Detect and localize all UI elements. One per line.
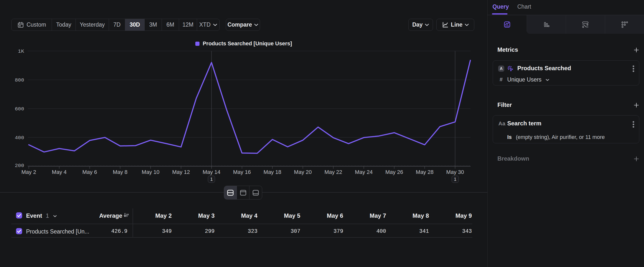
layout-table-only-button[interactable] — [250, 186, 262, 199]
compare-button[interactable]: Compare — [226, 19, 260, 31]
range-label: 12M — [182, 22, 194, 28]
cell-value: 343 — [429, 228, 472, 234]
range-yesterday[interactable]: Yesterday — [76, 19, 109, 31]
date-column-header[interactable]: May 2 — [129, 212, 172, 219]
metric-menu-button[interactable] — [632, 65, 635, 73]
chevron-down-icon — [465, 24, 469, 26]
add-metric-button[interactable] — [634, 47, 639, 53]
y-tick-label: 600 — [15, 106, 24, 112]
row-checkbox[interactable] — [16, 228, 22, 234]
row-series-label[interactable]: Products Searched [Un... — [26, 228, 89, 235]
metric-card[interactable]: A Products Searched # Unique Users — [493, 60, 639, 86]
filter-property-name[interactable]: Search term — [507, 120, 542, 127]
date-column-header[interactable]: May 9 — [429, 212, 472, 219]
measure-symbol: # — [500, 76, 502, 83]
layout-split-button[interactable] — [224, 186, 237, 199]
range-6m[interactable]: 6M — [162, 19, 179, 31]
calendar-icon — [17, 22, 24, 28]
date-column-header[interactable]: May 6 — [300, 212, 343, 219]
y-tick-label: 200 — [15, 163, 24, 168]
x-tick-label: May 28 — [416, 169, 434, 175]
event-column-header[interactable]: Event 1 — [26, 212, 57, 219]
range-3m[interactable]: 3M — [145, 19, 162, 31]
granularity-label: Day — [412, 22, 422, 28]
line-chart: May 2May 4May 6May 8May 10May 12May 14Ma… — [0, 0, 487, 267]
filter-value[interactable]: (empty string), Air purifier, or 11 more — [516, 134, 605, 140]
analysis-tab-insights[interactable] — [488, 15, 527, 34]
annotation-badge[interactable]: 1 — [208, 176, 215, 183]
analysis-tab-flows[interactable] — [566, 15, 605, 34]
analysis-tab-funnels[interactable] — [527, 15, 566, 34]
average-column-header[interactable]: Average — [85, 212, 122, 219]
chart-type-dropdown[interactable]: Line — [436, 19, 474, 31]
layout-chart-only-button[interactable] — [237, 186, 250, 199]
compare-label: Compare — [228, 22, 252, 28]
event-count: 1 — [46, 212, 49, 219]
layout-toggle — [224, 186, 262, 199]
filter-card[interactable]: Aa Search term Is (empty string), Air pu… — [493, 115, 639, 143]
x-tick-label: May 24 — [355, 169, 373, 175]
cell-value: 299 — [172, 228, 214, 234]
date-range-toolbar: CustomTodayYesterday7D30D3M6M12MXTD — [11, 19, 220, 31]
analysis-tab-retention[interactable] — [605, 15, 644, 34]
annotation-badge[interactable]: 1 — [452, 176, 459, 183]
range-label: 3M — [149, 22, 157, 28]
date-column-header[interactable]: May 5 — [258, 212, 300, 219]
date-column-header[interactable]: May 7 — [343, 212, 386, 219]
text-property-icon: Aa — [498, 120, 505, 127]
range-today[interactable]: Today — [52, 19, 76, 31]
select-all-checkbox[interactable] — [16, 212, 22, 218]
breakdown-section-title: Breakdown — [498, 155, 529, 162]
insights-report-page: CustomTodayYesterday7D30D3M6M12MXTD Comp… — [0, 0, 644, 267]
add-breakdown-button[interactable] — [634, 156, 639, 162]
range-30d[interactable]: 30D — [125, 19, 145, 31]
range-label: 7D — [114, 22, 120, 28]
filter-operator[interactable]: Is — [507, 134, 512, 140]
measure-label: Unique Users — [507, 76, 542, 83]
plus-icon — [634, 156, 639, 162]
sort-descending-icon[interactable] — [123, 212, 129, 218]
chevron-down-icon — [53, 215, 57, 217]
table-column-divider — [132, 208, 133, 237]
table-header-divider — [11, 224, 472, 224]
granularity-dropdown[interactable]: Day — [408, 19, 433, 31]
insights-icon — [503, 21, 511, 28]
add-filter-button[interactable] — [634, 102, 639, 108]
x-tick-label: May 14 — [203, 169, 220, 175]
range-label: Today — [56, 22, 71, 28]
range-xtd[interactable]: XTD — [197, 19, 220, 31]
analysis-type-tabs — [488, 15, 644, 34]
x-tick-label: May 8 — [113, 169, 128, 175]
range-custom[interactable]: Custom — [12, 19, 52, 31]
cell-value: 400 — [343, 228, 386, 234]
legend-swatch — [195, 42, 200, 46]
date-column-header[interactable]: May 4 — [214, 212, 257, 219]
range-label: XTD — [199, 22, 210, 28]
x-tick-label: May 16 — [233, 169, 251, 175]
range-7d[interactable]: 7D — [109, 19, 125, 31]
x-tick-label: May 2 — [22, 169, 36, 175]
flows-icon — [582, 21, 589, 28]
retention-icon — [621, 21, 628, 28]
date-column-header[interactable]: May 3 — [172, 212, 214, 219]
metric-name[interactable]: Products Searched — [517, 65, 571, 72]
x-tick-label: May 12 — [172, 169, 190, 175]
chart-type-label: Line — [451, 22, 462, 28]
x-tick-label: May 26 — [386, 169, 403, 175]
range-12m[interactable]: 12M — [179, 19, 197, 31]
metrics-section-title: Metrics — [498, 46, 518, 53]
y-tick-label: 800 — [15, 77, 24, 83]
chevron-down-icon — [213, 24, 217, 26]
check-icon — [16, 228, 22, 234]
chevron-down-icon — [546, 79, 549, 81]
range-label: Yesterday — [80, 22, 104, 28]
y-tick-label: 400 — [15, 135, 24, 141]
measure-dropdown[interactable]: Unique Users — [507, 76, 549, 83]
funnels-icon — [542, 21, 550, 28]
x-tick-label: May 6 — [82, 169, 97, 175]
tab-query[interactable]: Query — [492, 4, 509, 10]
range-label: 30D — [130, 22, 140, 28]
date-column-header[interactable]: May 8 — [386, 212, 429, 219]
tab-chart[interactable]: Chart — [517, 4, 531, 10]
filter-menu-button[interactable] — [632, 120, 635, 128]
